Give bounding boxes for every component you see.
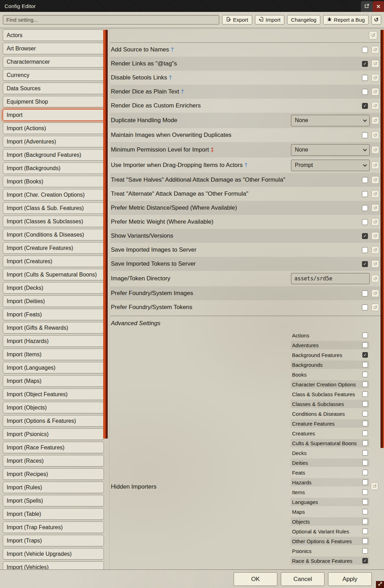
- setting-checkbox[interactable]: [362, 132, 368, 138]
- reset-setting-button[interactable]: ↺: [371, 218, 379, 226]
- reset-setting-button[interactable]: ↺: [371, 60, 379, 68]
- hidden-importer-checkbox[interactable]: [362, 528, 368, 534]
- sidebar-item-import-psionics[interactable]: Import (Psionics): [3, 428, 104, 440]
- resize-handle[interactable]: [376, 581, 384, 588]
- hidden-importer-checkbox[interactable]: [362, 332, 368, 338]
- setting-checkbox[interactable]: [362, 61, 368, 67]
- setting-checkbox[interactable]: [362, 47, 368, 53]
- reset-setting-button[interactable]: ↺: [371, 146, 379, 154]
- reset-setting-button[interactable]: ↺: [371, 275, 379, 282]
- setting-checkbox[interactable]: [362, 103, 368, 109]
- sidebar-item-charactermancer[interactable]: Charactermancer: [3, 56, 104, 68]
- sidebar-item-import-object-features[interactable]: Import (Object Features): [3, 388, 104, 400]
- setting-checkbox[interactable]: [362, 290, 368, 296]
- reset-setting-button[interactable]: ↺: [371, 260, 379, 268]
- sidebar-item-import-books[interactable]: Import (Books): [3, 176, 104, 187]
- reset-setting-button[interactable]: ↺: [371, 204, 379, 212]
- hidden-importer-checkbox[interactable]: [362, 342, 368, 348]
- sidebar-item-import-deities[interactable]: Import (Deities): [3, 295, 104, 307]
- changelog-button[interactable]: Changelog: [287, 15, 320, 24]
- setting-checkbox[interactable]: [362, 247, 368, 253]
- sidebar-item-import-trap-features[interactable]: Import (Trap Features): [3, 522, 104, 533]
- setting-checkbox[interactable]: [362, 219, 368, 225]
- sidebar-item-art-browser[interactable]: Art Browser: [3, 43, 104, 54]
- hidden-importer-checkbox[interactable]: [362, 470, 368, 475]
- reset-setting-button[interactable]: ↺: [371, 117, 379, 124]
- sidebar-item-import-conditions-diseases[interactable]: Import (Conditions & Diseases): [3, 229, 104, 240]
- hidden-importer-checkbox[interactable]: [362, 499, 368, 505]
- reset-setting-button[interactable]: ↺: [371, 303, 379, 311]
- reset-hidden-importers-button[interactable]: ↺: [371, 482, 378, 490]
- hidden-importer-checkbox[interactable]: [362, 548, 368, 554]
- hidden-importer-checkbox[interactable]: [362, 450, 368, 456]
- sidebar-item-import-decks[interactable]: Import (Decks): [3, 282, 104, 294]
- sidebar-item-import-feats[interactable]: Import (Feats): [3, 309, 104, 320]
- sidebar-item-import-creatures[interactable]: Import (Creatures): [3, 255, 104, 267]
- sidebar-item-import-cults-supernatural-boons[interactable]: Import (Cults & Supernatural Boons): [3, 269, 104, 280]
- import-button[interactable]: Import: [255, 15, 285, 24]
- report-bug-button[interactable]: Report a Bug: [323, 15, 369, 24]
- setting-checkbox[interactable]: [362, 191, 368, 197]
- hidden-importer-checkbox[interactable]: [362, 509, 368, 514]
- setting-checkbox[interactable]: [362, 75, 368, 81]
- sidebar-item-equipment-shop[interactable]: Equipment Shop: [3, 96, 104, 107]
- sidebar-item-import-adventures[interactable]: Import (Adventures): [3, 136, 104, 147]
- sidebar-item-import-backgrounds[interactable]: Import (Backgrounds): [3, 162, 104, 174]
- sidebar-item-import-rules[interactable]: Import (Rules): [3, 482, 104, 493]
- sidebar-item-import-classes-subclasses[interactable]: Import (Classes & Subclasses): [3, 216, 104, 227]
- setting-select[interactable]: None: [291, 115, 370, 126]
- hidden-importer-checkbox[interactable]: [362, 352, 368, 358]
- setting-checkbox[interactable]: [362, 205, 368, 211]
- sidebar-item-import-creature-features[interactable]: Import (Creature Features): [3, 242, 104, 254]
- reset-setting-button[interactable]: ↺: [371, 190, 379, 198]
- sidebar-item-import-actions[interactable]: Import (Actions): [3, 122, 104, 134]
- sidebar-item-import-vehicles[interactable]: Import (Vehicles): [3, 561, 104, 569]
- directory-input[interactable]: [291, 273, 370, 284]
- reset-setting-button[interactable]: ↺: [371, 46, 379, 54]
- hidden-importer-checkbox[interactable]: [362, 519, 368, 524]
- reset-setting-button[interactable]: ↺: [371, 176, 379, 184]
- sidebar-item-import-items[interactable]: Import (Items): [3, 349, 104, 360]
- hidden-importer-checkbox[interactable]: [362, 558, 368, 564]
- hidden-importer-checkbox[interactable]: [362, 372, 368, 377]
- sidebar-item-data-sources[interactable]: Data Sources: [3, 83, 104, 94]
- hidden-importer-checkbox[interactable]: [362, 411, 368, 416]
- hidden-importer-checkbox[interactable]: [362, 460, 368, 465]
- sidebar-item-import[interactable]: Import: [3, 109, 104, 121]
- hidden-importer-checkbox[interactable]: [362, 479, 368, 485]
- hidden-importer-checkbox[interactable]: [362, 362, 368, 368]
- popout-button[interactable]: [361, 1, 373, 12]
- hidden-importer-checkbox[interactable]: [362, 401, 368, 407]
- reset-setting-button[interactable]: ↺: [371, 161, 379, 169]
- setting-select[interactable]: Prompt: [291, 160, 370, 171]
- setting-select[interactable]: None: [291, 144, 370, 156]
- sidebar-item-import-races[interactable]: Import (Races): [3, 455, 104, 467]
- reset-setting-button[interactable]: ↺: [371, 232, 379, 240]
- sidebar-item-import-spells[interactable]: Import (Spells): [3, 495, 104, 506]
- sidebar-item-import-background-features[interactable]: Import (Background Features): [3, 149, 104, 161]
- cancel-button[interactable]: Cancel: [281, 572, 325, 586]
- reset-all-button[interactable]: ↺: [371, 15, 381, 24]
- sidebar-item-import-vehicle-upgrades[interactable]: Import (Vehicle Upgrades): [3, 548, 104, 560]
- reset-setting-button[interactable]: ↺: [371, 88, 379, 96]
- settings-scrollbar[interactable]: [381, 30, 384, 448]
- hidden-importer-checkbox[interactable]: [362, 538, 368, 544]
- setting-checkbox[interactable]: [362, 304, 368, 310]
- sidebar-item-import-gifts-rewards[interactable]: Import (Gifts & Rewards): [3, 322, 104, 334]
- sidebar-item-import-languages[interactable]: Import (Languages): [3, 362, 104, 373]
- hidden-importer-checkbox[interactable]: [362, 430, 368, 436]
- ok-button[interactable]: OK: [234, 572, 277, 586]
- reset-setting-button[interactable]: ↺: [371, 74, 379, 82]
- sidebar-item-import-hazards[interactable]: Import (Hazards): [3, 335, 104, 347]
- hidden-importer-checkbox[interactable]: [362, 382, 368, 387]
- reset-setting-button[interactable]: ↺: [371, 289, 379, 297]
- setting-checkbox[interactable]: [362, 261, 368, 267]
- sidebar-item-import-recipes[interactable]: Import (Recipes): [3, 468, 104, 480]
- sidebar-item-import-maps[interactable]: Import (Maps): [3, 375, 104, 387]
- sidebar-scrollbar[interactable]: [103, 30, 108, 439]
- apply-button[interactable]: Apply: [328, 572, 372, 586]
- sidebar-item-import-race-features[interactable]: Import (Race Features): [3, 442, 104, 453]
- sidebar-item-import-char-creation-options[interactable]: Import (Char. Creation Options): [3, 189, 104, 201]
- sidebar-item-currency[interactable]: Currency: [3, 69, 104, 81]
- sidebar-item-import-table[interactable]: Import (Table): [3, 508, 104, 520]
